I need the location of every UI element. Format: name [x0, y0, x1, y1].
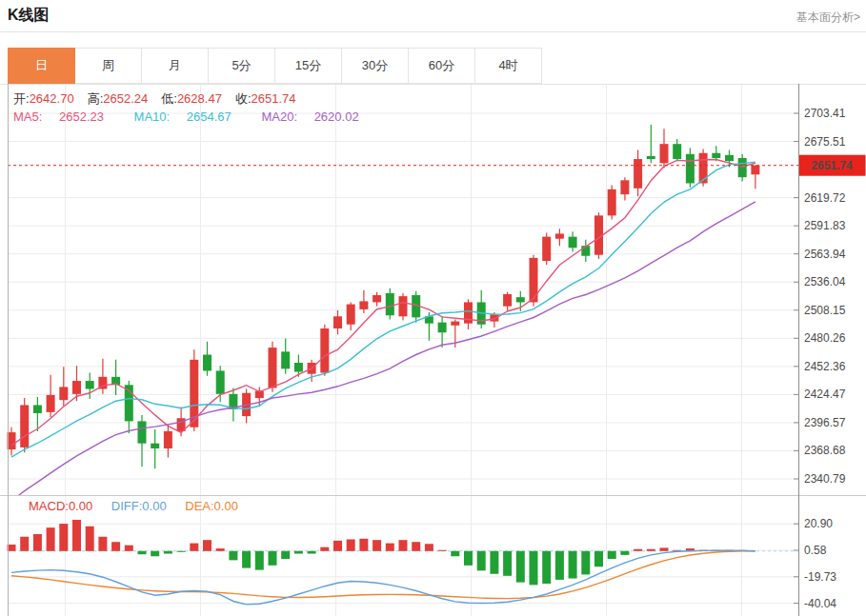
macd-value: MACD:0.00 — [29, 499, 92, 513]
svg-text:2651.74: 2651.74 — [811, 159, 853, 172]
svg-text:2703.41: 2703.41 — [804, 107, 846, 120]
svg-text:2452.36: 2452.36 — [804, 360, 846, 373]
tab-60min[interactable]: 60分 — [409, 48, 475, 84]
ma5-line — [11, 160, 755, 447]
ma10-value: MA10: 2654.67 — [134, 109, 245, 124]
svg-text:0.58: 0.58 — [804, 544, 827, 557]
macd-histogram — [8, 520, 747, 585]
svg-text:2619.72: 2619.72 — [804, 191, 846, 205]
macd-info: MACD:0.00 DIFF:0.00 DEA:0.00 — [29, 499, 253, 513]
ma-info: MA5: 2652.23 MA10: 2654.67 MA20: 2620.02 — [13, 109, 386, 124]
high-value: 2652.24 — [103, 91, 148, 106]
ma20-value: MA20: 2620.02 — [261, 109, 372, 124]
dea-value: DEA:0.00 — [185, 499, 238, 513]
header-divider — [0, 31, 866, 32]
svg-text:2675.51: 2675.51 — [804, 135, 846, 149]
page-title: K线图 — [8, 6, 50, 26]
svg-text:2563.94: 2563.94 — [804, 248, 846, 261]
open-label: 开: — [13, 91, 30, 106]
svg-text:2536.04: 2536.04 — [804, 275, 846, 288]
tab-15min[interactable]: 15分 — [275, 48, 342, 84]
diff-value: DIFF:0.00 — [111, 499, 167, 513]
high-label: 高: — [88, 91, 104, 106]
svg-text:2368.68: 2368.68 — [804, 444, 846, 457]
low-label: 低: — [161, 91, 177, 106]
svg-text:-40.04: -40.04 — [804, 597, 836, 610]
fundamental-analysis-link[interactable]: 基本面分析> — [796, 10, 860, 26]
tab-30min[interactable]: 30分 — [342, 48, 409, 84]
close-label: 收: — [235, 91, 252, 106]
diff-line — [11, 550, 755, 605]
chart-area: 2703.412675.512619.722591.832563.942536.… — [0, 84, 866, 616]
ohlc-info: 开:2642.70高:2652.24低:2628.47收:2651.74 — [13, 90, 310, 108]
tab-day[interactable]: 日 — [8, 48, 75, 84]
tab-5min[interactable]: 5分 — [209, 48, 275, 84]
tab-week[interactable]: 周 — [75, 48, 142, 84]
tab-month[interactable]: 月 — [142, 48, 209, 84]
svg-text:2480.26: 2480.26 — [804, 331, 846, 345]
svg-text:2508.15: 2508.15 — [804, 304, 846, 317]
macd-chart[interactable]: 20.900.58-19.73-40.04 — [0, 495, 866, 616]
candles — [8, 125, 760, 468]
svg-text:2591.83: 2591.83 — [804, 219, 846, 232]
svg-text:-19.73: -19.73 — [804, 570, 836, 584]
svg-text:2340.79: 2340.79 — [804, 472, 846, 486]
ma10-line — [11, 162, 755, 457]
svg-text:2396.57: 2396.57 — [804, 416, 846, 429]
current-price-marker: 2651.74 — [799, 155, 866, 176]
interval-tabs: 日 周 月 5分 15分 30分 60分 4时 — [8, 48, 542, 84]
close-value: 2651.74 — [252, 91, 296, 106]
svg-text:2424.47: 2424.47 — [804, 387, 846, 401]
tab-4hour[interactable]: 4时 — [475, 48, 542, 84]
ma5-value: MA5: 2652.23 — [13, 109, 117, 124]
candlestick-chart[interactable]: 2703.412675.512619.722591.832563.942536.… — [0, 84, 866, 495]
dea-line — [11, 551, 755, 599]
low-value: 2628.47 — [177, 91, 222, 106]
svg-text:20.90: 20.90 — [804, 517, 833, 530]
open-value: 2642.70 — [30, 91, 74, 106]
